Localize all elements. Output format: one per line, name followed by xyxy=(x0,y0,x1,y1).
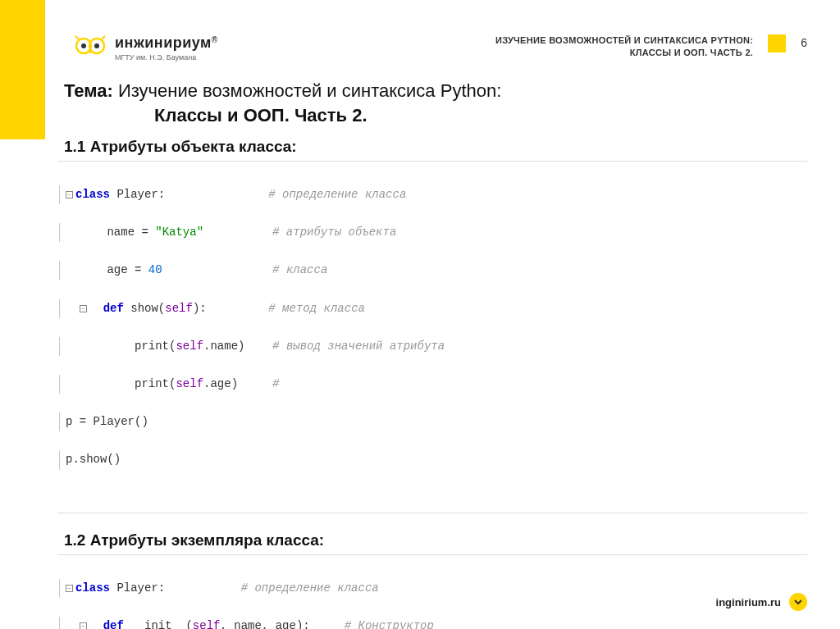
fold-icon: − xyxy=(80,305,87,312)
chevron-down-icon xyxy=(789,593,807,611)
header-right: ИЗУЧЕНИЕ ВОЗМОЖНОСТЕЙ И СИНТАКСИСА PYTHO… xyxy=(495,34,807,60)
logo-registered: ® xyxy=(212,35,217,44)
logo-subtitle: МГТУ им. Н.Э. Баумана xyxy=(115,53,217,62)
code-line: −class Player: # определение класса xyxy=(57,579,807,598)
code-line: − def __init__(self, name, age): # Конст… xyxy=(57,617,807,629)
svg-point-2 xyxy=(81,43,86,48)
fold-icon: − xyxy=(80,622,87,629)
code-line: p = Player() xyxy=(57,412,807,431)
code-line: age = 40 # класса xyxy=(57,261,807,280)
code-line: name = "Katya" # атрибуты объекта xyxy=(57,223,807,242)
section-2-heading: 1.2 Атрибуты экземпляра класса: xyxy=(64,531,807,549)
owl-logo-icon xyxy=(74,34,107,57)
code-block-2: −class Player: # определение класса − de… xyxy=(57,554,807,629)
code-line: print(self.name) # вывод значений атрибу… xyxy=(57,337,807,356)
page-number: 6 xyxy=(801,34,807,49)
header-course-title: ИЗУЧЕНИЕ ВОЗМОЖНОСТЕЙ И СИНТАКСИСА PYTHO… xyxy=(495,34,753,60)
fold-icon: − xyxy=(66,585,73,592)
topic-text: Изучение возможностей и синтаксиса Pytho… xyxy=(118,80,501,101)
topic-label: Тема: xyxy=(64,80,113,101)
code-line: −class Player: # определение класса xyxy=(57,185,807,204)
footer-url: inginirium.ru xyxy=(716,596,781,608)
topic-line: Тема: Изучение возможностей и синтаксиса… xyxy=(64,80,807,102)
section-1-heading: 1.1 Атрибуты объекта класса: xyxy=(64,138,807,156)
header-title-line1: ИЗУЧЕНИЕ ВОЗМОЖНОСТЕЙ И СИНТАКСИСА PYTHO… xyxy=(495,34,753,47)
code-line: p.show() xyxy=(57,450,807,469)
logo-main-text: инжинириум xyxy=(115,34,212,51)
logo-block: инжинириум® МГТУ им. Н.Э. Баумана xyxy=(74,34,217,62)
code-line: − def show(self): # метод класса xyxy=(57,299,807,318)
code-line: print(self.age) # xyxy=(57,375,807,394)
logo-text: инжинириум® МГТУ им. Н.Э. Баумана xyxy=(115,34,217,62)
svg-point-3 xyxy=(94,43,99,48)
page-header: инжинириум® МГТУ им. Н.Э. Баумана ИЗУЧЕН… xyxy=(74,34,807,62)
header-title-line2: КЛАССЫ И ООП. ЧАСТЬ 2. xyxy=(495,47,753,59)
topic-subtitle: Классы и ООП. Часть 2. xyxy=(154,105,807,126)
accent-square-icon xyxy=(768,34,786,52)
page-footer: inginirium.ru xyxy=(716,593,807,611)
fold-icon: − xyxy=(66,191,73,198)
main-content: Тема: Изучение возможностей и синтаксиса… xyxy=(64,80,807,629)
left-accent-stripe xyxy=(0,0,45,139)
code-block-1: −class Player: # определение класса name… xyxy=(57,161,807,513)
